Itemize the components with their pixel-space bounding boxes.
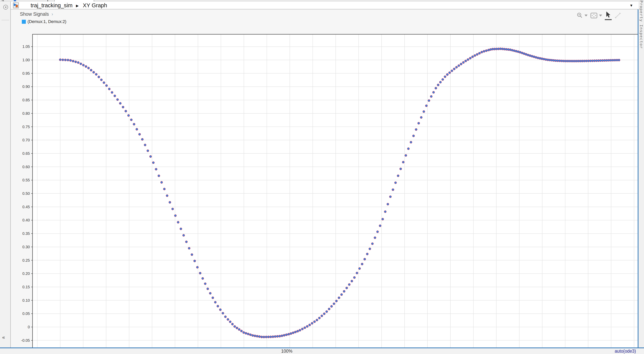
cursor-arrow-icon <box>605 11 612 18</box>
svg-text:0.40: 0.40 <box>22 218 30 222</box>
scope-canvas: Show Signals› <box>11 10 638 347</box>
legend-label: (Demux:1, Demux:2) <box>28 19 66 24</box>
svg-text:0.90: 0.90 <box>22 84 30 89</box>
fit-to-view-icon <box>590 12 598 19</box>
show-signals-link[interactable]: Show Signals› <box>20 11 53 17</box>
svg-text:0.05: 0.05 <box>22 311 30 316</box>
zoom-in-icon <box>576 12 583 19</box>
fit-dropdown-caret-icon[interactable] <box>599 15 602 17</box>
plot-toolbar <box>576 10 621 21</box>
breadcrumb-separator-icon: ▶ <box>76 4 78 8</box>
zoom-tool-button[interactable] <box>576 12 588 19</box>
zoom-dropdown-caret-icon[interactable] <box>584 15 588 17</box>
breadcrumb-dropdown-icon[interactable]: ▼ <box>630 4 633 8</box>
svg-text:1.00: 1.00 <box>22 58 30 62</box>
breadcrumb: traj_tracking_sim▶XY Graph <box>30 2 107 9</box>
collapse-icon[interactable]: « <box>2 334 5 340</box>
model-block-icon <box>16 5 18 7</box>
show-signals-label: Show Signals <box>20 11 49 17</box>
clipped-tab-fragment <box>54 0 94 2</box>
xy-plot-svg[interactable]: -0.500.51.01.52.02.53.03.54.04.55.05.56.… <box>21 33 644 354</box>
svg-text:0.60: 0.60 <box>22 165 30 169</box>
status-bar: 100% auto(ode3) <box>0 348 644 354</box>
svg-text:0.70: 0.70 <box>22 138 30 142</box>
clipped-cursor-fragment <box>48 0 48 1</box>
legend-swatch-icon <box>22 20 26 24</box>
chevron-right-icon: › <box>52 12 53 17</box>
svg-text:0: 0 <box>28 325 30 329</box>
breadcrumb-model-link[interactable]: traj_tracking_sim <box>30 2 72 9</box>
svg-text:0.85: 0.85 <box>22 98 30 102</box>
svg-text:0.95: 0.95 <box>22 71 30 75</box>
clipped-model-tab-icon <box>14 0 16 1</box>
cursor-tool-button[interactable] <box>605 11 612 20</box>
svg-text:0.30: 0.30 <box>22 245 30 249</box>
svg-text:0.65: 0.65 <box>22 151 30 155</box>
xy-plot-area[interactable]: -0.500.51.01.52.02.53.03.54.04.55.05.56.… <box>21 33 644 354</box>
fit-to-view-button[interactable] <box>590 12 602 19</box>
simulink-model-icon <box>13 3 19 8</box>
svg-text:0.80: 0.80 <box>22 111 30 115</box>
svg-text:1.05: 1.05 <box>22 45 30 49</box>
zoom-level-label: 100% <box>281 349 292 354</box>
svg-text:0.15: 0.15 <box>22 285 30 289</box>
clipped-arrow-icon <box>1 0 4 1</box>
svg-text:0.50: 0.50 <box>22 191 30 196</box>
clipped-toolbar-strip <box>0 0 644 2</box>
svg-text:0.25: 0.25 <box>22 258 30 262</box>
breadcrumb-bar: traj_tracking_sim▶XY Graph ▼ <box>11 2 638 9</box>
svg-text:0.55: 0.55 <box>22 178 30 182</box>
solver-label: auto(ode3) <box>615 349 636 354</box>
svg-text:0.10: 0.10 <box>22 298 30 302</box>
expand-arrows-icon <box>614 12 621 19</box>
rail-divider <box>2 20 9 20</box>
svg-text:0.45: 0.45 <box>22 205 30 209</box>
back-button[interactable] <box>3 5 8 10</box>
svg-text:0.20: 0.20 <box>22 271 30 276</box>
svg-text:0.75: 0.75 <box>22 125 30 129</box>
left-rail: « <box>0 2 11 347</box>
right-rail: Property Inspector <box>638 2 644 354</box>
svg-text:-0.05: -0.05 <box>21 338 30 342</box>
expand-button[interactable] <box>614 12 621 19</box>
canvas-border-right <box>638 9 638 348</box>
canvas-border-bottom <box>0 347 644 348</box>
legend-item[interactable]: (Demux:1, Demux:2) <box>22 19 66 24</box>
breadcrumb-block-label[interactable]: XY Graph <box>83 2 107 9</box>
property-inspector-tab[interactable]: Property Inspector <box>639 1 644 49</box>
svg-text:0.35: 0.35 <box>22 231 30 236</box>
back-arrow-icon <box>5 6 6 8</box>
